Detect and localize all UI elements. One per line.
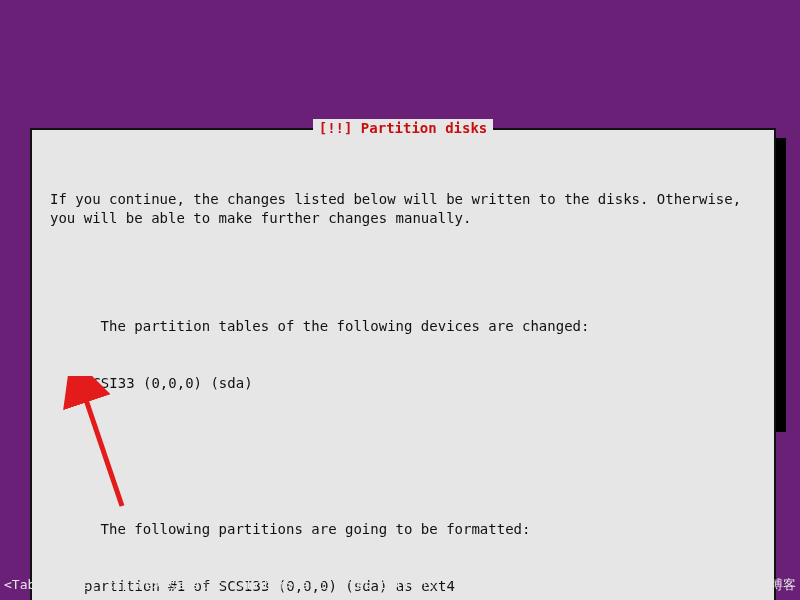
footer-bar: <Tab> moves; <Space> selects; <Enter> ac… [4, 576, 796, 594]
changed-tables-heading: The partition tables of the following de… [101, 318, 590, 334]
changed-tables-block: The partition tables of the following de… [50, 298, 756, 430]
changed-tables-item: SCSI33 (0,0,0) (sda) [50, 374, 756, 393]
confirm-warning-text: If you continue, the changes listed belo… [50, 190, 756, 228]
format-partitions-heading: The following partitions are going to be… [101, 521, 531, 537]
watermark-text: @51CTO博客 [723, 576, 796, 594]
dialog-body: If you continue, the changes listed belo… [32, 138, 774, 600]
keyboard-help-text: <Tab> moves; <Space> selects; <Enter> ac… [4, 576, 434, 594]
partition-disks-dialog: [!!] Partition disks If you continue, th… [30, 128, 776, 600]
dialog-title: [!!] Partition disks [313, 119, 494, 138]
dialog-title-row: [!!] Partition disks [32, 119, 774, 138]
